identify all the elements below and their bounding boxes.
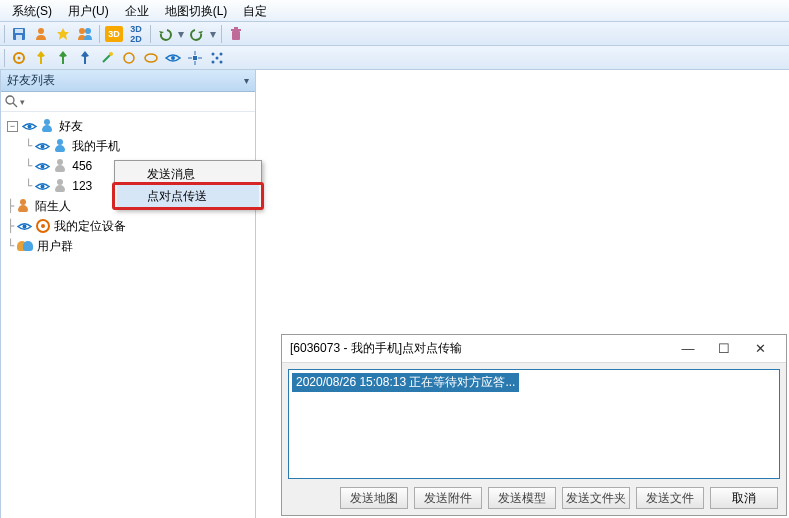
p2p-transfer-dialog: [6036073 - 我的手机]点对点传输 — ☐ ✕ 2020/08/26 1…	[281, 334, 787, 516]
maximize-button[interactable]: ☐	[706, 337, 742, 361]
search-icon[interactable]	[5, 95, 18, 108]
minimize-icon: —	[682, 341, 695, 356]
send-attachment-button[interactable]: 发送附件	[414, 487, 482, 509]
close-icon: ✕	[755, 341, 766, 356]
ctx-send-message[interactable]: 发送消息	[117, 163, 259, 185]
divider	[99, 25, 100, 43]
svg-rect-16	[193, 56, 197, 60]
tree-line: └	[25, 179, 31, 193]
svg-point-32	[23, 224, 27, 228]
tree-root-friends[interactable]: − 好友	[3, 116, 253, 136]
person-orange-icon	[17, 199, 31, 213]
pin-blue-button[interactable]	[75, 48, 95, 68]
star-icon	[56, 27, 70, 41]
visibility-button[interactable]	[163, 48, 183, 68]
svg-point-14	[145, 54, 157, 62]
svg-point-5	[85, 28, 91, 34]
dialog-log-area[interactable]: 2020/08/26 15:08:13 正在等待对方应答...	[288, 369, 780, 479]
person-icon	[54, 139, 68, 153]
tree-label: 123	[72, 179, 92, 193]
svg-rect-8	[234, 27, 238, 29]
ctx-p2p-send[interactable]: 点对点传送	[117, 185, 259, 207]
undo-dropdown[interactable]: ▾	[177, 27, 185, 41]
grip-icon	[4, 25, 5, 43]
eye-icon	[17, 221, 32, 232]
svg-point-30	[41, 164, 45, 168]
crosshair-button[interactable]	[185, 48, 205, 68]
svg-point-25	[216, 56, 219, 59]
ellipse-button[interactable]	[141, 48, 161, 68]
wand-button[interactable]	[97, 48, 117, 68]
users-button[interactable]	[75, 24, 95, 44]
menubar: 系统(S) 用户(U) 企业 地图切换(L) 自定	[0, 0, 789, 22]
3d-2d-button[interactable]: 3D2D	[126, 24, 146, 44]
panel-header: 好友列表 ▾	[1, 70, 255, 92]
settings-button[interactable]	[9, 48, 29, 68]
undo-button[interactable]	[155, 24, 175, 44]
tree-label: 我的手机	[72, 138, 120, 155]
minimize-button[interactable]: —	[670, 337, 706, 361]
send-folder-button[interactable]: 发送文件夹	[562, 487, 630, 509]
svg-rect-2	[16, 35, 22, 40]
panel-search-bar: ▾	[1, 92, 255, 112]
menu-user[interactable]: 用户(U)	[60, 1, 117, 21]
target-icon	[36, 219, 50, 233]
save-button[interactable]	[9, 24, 29, 44]
pin-green-button[interactable]	[53, 48, 73, 68]
tree-label: 用户群	[37, 238, 73, 255]
divider	[221, 25, 222, 43]
panel-collapse-button[interactable]: ▾	[244, 75, 249, 86]
svg-point-26	[6, 96, 14, 104]
svg-point-10	[18, 56, 21, 59]
tree-user-groups[interactable]: └ 用户群	[3, 236, 253, 256]
redo-icon	[190, 27, 204, 41]
pin-yellow-button[interactable]	[31, 48, 51, 68]
svg-point-24	[220, 60, 223, 63]
collapse-icon[interactable]: −	[7, 121, 18, 132]
redo-dropdown[interactable]: ▾	[209, 27, 217, 41]
tree-line: └	[25, 159, 31, 173]
pin-yellow-icon	[35, 51, 47, 65]
3d-toggle-button[interactable]: 3D	[104, 24, 124, 44]
person-icon	[41, 119, 55, 133]
eye-icon	[22, 121, 37, 132]
maximize-icon: ☐	[718, 341, 730, 356]
eye-icon	[35, 141, 50, 152]
eye-icon	[35, 181, 50, 192]
friends-panel: 好友列表 ▾ ▾ − 好友 └ 我的手机 └ 456 └	[0, 70, 256, 518]
close-button[interactable]: ✕	[742, 337, 778, 361]
toolbar-1: 3D 3D2D ▾ ▾	[0, 22, 789, 46]
tree-item-my-phone[interactable]: └ 我的手机	[3, 136, 253, 156]
search-dropdown[interactable]: ▾	[20, 97, 25, 107]
svg-point-12	[109, 52, 113, 56]
menu-auto[interactable]: 自定	[235, 1, 275, 21]
save-icon	[12, 27, 26, 41]
dialog-title: [6036073 - 我的手机]点对点传输	[290, 340, 462, 357]
send-model-button[interactable]: 发送模型	[488, 487, 556, 509]
tree-label: 456	[72, 159, 92, 173]
tree-line: ├	[7, 199, 13, 213]
svg-point-28	[28, 124, 32, 128]
wand-icon	[100, 51, 114, 65]
menu-system[interactable]: 系统(S)	[4, 1, 60, 21]
redo-button[interactable]	[187, 24, 207, 44]
tree-line: ├	[7, 219, 13, 233]
menu-map-switch[interactable]: 地图切换(L)	[157, 1, 236, 21]
send-file-button[interactable]: 发送文件	[636, 487, 704, 509]
user-orange-button[interactable]	[31, 24, 51, 44]
trash-button[interactable]	[226, 24, 246, 44]
tree-label: 陌生人	[35, 198, 71, 215]
toolbar-2	[0, 46, 789, 70]
svg-point-23	[212, 60, 215, 63]
tree-line: └	[25, 139, 31, 153]
tree-my-devices[interactable]: ├ 我的定位设备	[3, 216, 253, 236]
favorite-button[interactable]	[53, 24, 73, 44]
cancel-button[interactable]: 取消	[710, 487, 778, 509]
menu-enterprise[interactable]: 企业	[117, 1, 157, 21]
grip-icon	[4, 49, 5, 67]
circle-button[interactable]	[119, 48, 139, 68]
user-orange-icon	[34, 27, 48, 41]
nodes-button[interactable]	[207, 48, 227, 68]
pin-green-icon	[57, 51, 69, 65]
send-map-button[interactable]: 发送地图	[340, 487, 408, 509]
